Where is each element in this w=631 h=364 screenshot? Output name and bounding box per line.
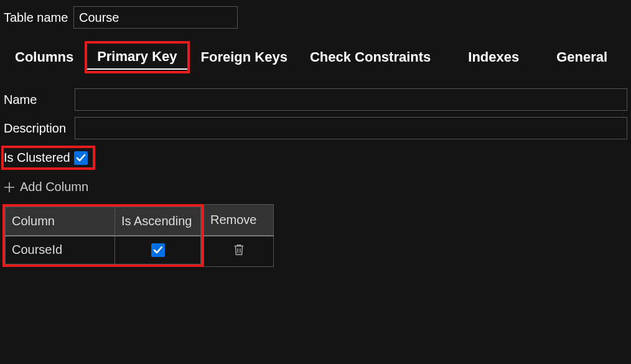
pk-name-input[interactable]	[75, 88, 627, 111]
tab-foreign-keys[interactable]: Foreign Keys	[191, 45, 297, 69]
tab-check-constraints[interactable]: Check Constraints	[300, 45, 441, 69]
pk-row-remove-button[interactable]	[232, 243, 246, 256]
pk-name-label: Name	[4, 93, 75, 107]
table-row: CourseId	[6, 236, 201, 264]
tabs-bar: Columns Primary Key Foreign Keys Check C…	[4, 41, 627, 73]
tab-primary-key[interactable]: Primary Key	[87, 45, 187, 70]
pk-is-clustered-checkbox[interactable]	[74, 151, 88, 165]
check-icon	[76, 153, 86, 163]
table-row	[204, 236, 274, 267]
add-column-button[interactable]: Add Column	[4, 180, 88, 194]
tab-general[interactable]: General	[546, 45, 617, 69]
add-column-label: Add Column	[20, 180, 88, 194]
pk-is-clustered-label: Is Clustered	[4, 151, 70, 165]
check-icon	[153, 245, 163, 255]
tab-columns[interactable]: Columns	[5, 45, 83, 69]
pk-description-input[interactable]	[75, 117, 627, 139]
pk-row-column-name[interactable]: CourseId	[6, 236, 115, 264]
plus-icon	[4, 182, 15, 193]
table-name-label: Table name	[4, 11, 73, 25]
trash-icon	[232, 243, 246, 256]
pk-is-clustered-row: Is Clustered	[1, 146, 95, 170]
pk-row-is-ascending-checkbox[interactable]	[151, 243, 165, 257]
table-name-input[interactable]	[73, 6, 238, 29]
pk-description-label: Description	[4, 121, 75, 136]
pk-header-is-ascending: Is Ascending	[115, 207, 201, 236]
tab-indexes[interactable]: Indexes	[458, 45, 529, 69]
pk-header-column: Column	[6, 207, 115, 236]
pk-header-remove: Remove	[204, 205, 274, 236]
